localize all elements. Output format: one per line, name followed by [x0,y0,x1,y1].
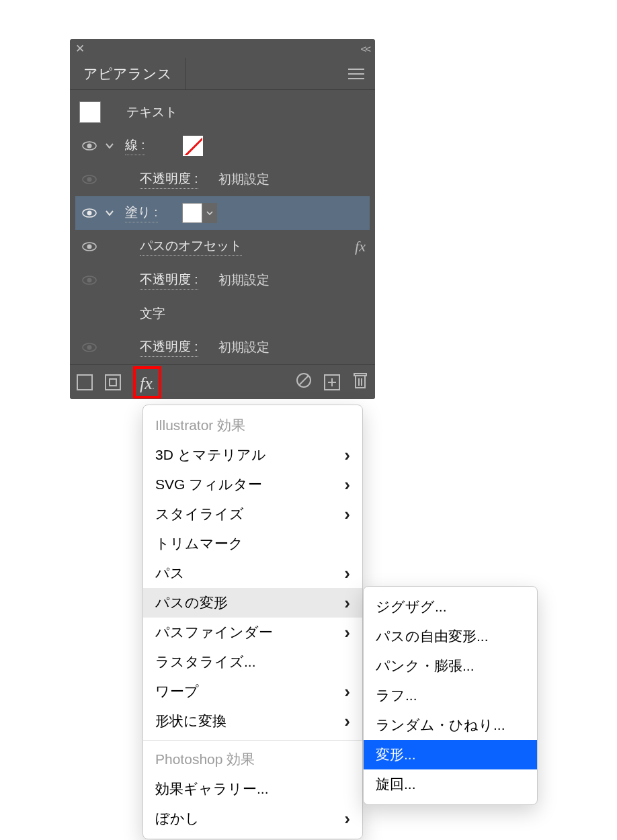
menu-item[interactable]: 旋回... [364,769,537,799]
submenu-arrow-icon: › [344,563,350,584]
fill-opacity-row[interactable]: 不透明度 : 初期設定 [75,263,370,297]
expand-icon[interactable] [99,143,120,149]
menu-item[interactable]: ラスタライズ... [143,647,362,677]
stroke-swatch-none[interactable] [183,136,203,156]
submenu-arrow-icon: › [344,622,350,643]
menu-header-illustrator: Illustrator 効果 [143,411,362,440]
submenu-arrow-icon: › [344,808,350,829]
panel-titlebar[interactable]: ✕ << [70,39,375,58]
characters-row[interactable]: 文字 [75,297,370,331]
object-swatch[interactable] [79,101,101,123]
menu-item-label: ぼかし [155,809,200,828]
fill-swatch[interactable] [182,203,202,223]
menu-item[interactable]: 効果ギャラリー... [143,774,362,804]
tab-label: アピアランス [83,65,172,83]
menu-item[interactable]: ジグザグ... [364,592,537,622]
menu-item[interactable]: ワープ› [143,677,362,706]
object-type-label: テキスト [126,103,177,121]
stroke-opacity-row[interactable]: 不透明度 : 初期設定 [75,163,370,196]
opacity-label[interactable]: 不透明度 : [140,338,198,357]
svg-rect-2 [348,78,364,79]
submenu-arrow-icon: › [344,474,350,495]
object-header-row: テキスト [75,95,370,129]
object-opacity-row[interactable]: 不透明度 : 初期設定 [75,331,370,364]
svg-rect-0 [348,69,364,70]
svg-rect-18 [354,374,366,376]
visibility-icon[interactable] [79,175,99,184]
menu-item[interactable]: パスファインダー› [143,618,362,647]
menu-item[interactable]: 3D とマテリアル› [143,440,362,470]
menu-item[interactable]: 形状に変換› [143,706,362,736]
svg-point-8 [87,211,92,216]
svg-point-6 [87,177,92,182]
visibility-icon[interactable] [79,343,99,352]
menu-item[interactable]: パスの変形› [143,588,362,618]
menu-item[interactable]: スタイライズ› [143,499,362,529]
menu-header-photoshop: Photoshop 効果 [143,745,362,774]
fill-row[interactable]: 塗り : [75,196,370,230]
hamburger-icon [348,69,364,79]
menu-item[interactable]: トリムマーク [143,529,362,558]
opacity-value[interactable]: 初期設定 [218,171,270,188]
visibility-icon[interactable] [79,276,99,285]
menu-item[interactable]: パス› [143,558,362,588]
svg-point-4 [87,144,92,149]
menu-item-label: ラスタライズ... [155,653,256,671]
opacity-label[interactable]: 不透明度 : [140,170,198,189]
collapse-icon[interactable]: << [360,43,370,54]
menu-separator [143,740,362,741]
close-icon[interactable]: ✕ [75,42,85,56]
panel-menu-button[interactable] [337,69,375,79]
menu-item[interactable]: 変形... [364,740,537,769]
menu-item-label: ラフ... [376,686,417,705]
menu-item-label: パスの変形 [155,593,228,612]
clear-icon[interactable] [296,372,312,392]
menu-item[interactable]: ラフ... [364,681,537,710]
svg-rect-1 [348,73,364,75]
offset-path-row[interactable]: パスのオフセット fx [75,230,370,263]
menu-item[interactable]: パスの自由変形... [364,622,537,651]
visibility-icon[interactable] [79,208,99,218]
menu-item[interactable]: パンク・膨張... [364,651,537,681]
menu-item[interactable]: ランダム・ひねり... [364,710,537,740]
visibility-icon[interactable] [79,242,99,251]
opacity-value[interactable]: 初期設定 [218,271,270,289]
menu-item[interactable]: SVG フィルター› [143,470,362,499]
menu-item-label: トリムマーク [155,534,243,553]
svg-rect-17 [356,376,365,388]
menu-item-label: ジグザグ... [376,597,447,616]
distort-transform-submenu: ジグザグ...パスの自由変形...パンク・膨張...ラフ...ランダム・ひねり.… [363,586,538,805]
menu-item-label: ワープ [155,682,199,701]
submenu-arrow-icon: › [344,681,350,702]
appearance-panel: ✕ << アピアランス テキスト 線 : [70,39,375,399]
menu-item[interactable]: ぼかし› [143,804,362,833]
menu-item-label: パスの自由変形... [376,627,489,646]
menu-item-label: 3D とマテリアル [155,446,266,464]
svg-point-10 [87,245,92,249]
expand-icon[interactable] [99,210,120,216]
menu-item-label: 効果ギャラリー... [155,780,269,798]
menu-item-label: 形状に変換 [155,712,227,730]
trash-icon[interactable] [352,372,368,392]
panel-footer: fx. [70,364,375,399]
fill-label[interactable]: 塗り : [125,204,158,222]
stroke-row[interactable]: 線 : [75,129,370,163]
effects-menu: Illustrator 効果 3D とマテリアル›SVG フィルター›スタイライ… [142,405,363,839]
fill-swatch-dropdown[interactable] [202,203,217,223]
menu-item-label: パス [155,564,185,583]
panel-content: テキスト 線 : 不透明度 : 初期設定 [70,90,375,364]
characters-label: 文字 [140,305,165,323]
new-stroke-icon[interactable] [77,374,93,390]
svg-point-12 [87,278,92,283]
visibility-icon[interactable] [79,141,99,151]
menu-item-label: SVG フィルター [155,475,262,494]
fx-indicator-icon[interactable]: fx [355,238,366,255]
offset-label[interactable]: パスのオフセット [140,237,242,256]
opacity-label[interactable]: 不透明度 : [140,271,198,290]
opacity-value[interactable]: 初期設定 [218,339,270,356]
tab-appearance[interactable]: アピアランス [70,58,186,89]
new-fill-icon[interactable] [105,374,121,390]
duplicate-icon[interactable] [324,374,340,390]
add-effect-button[interactable]: fx. [133,366,161,398]
stroke-label[interactable]: 線 : [125,136,145,155]
